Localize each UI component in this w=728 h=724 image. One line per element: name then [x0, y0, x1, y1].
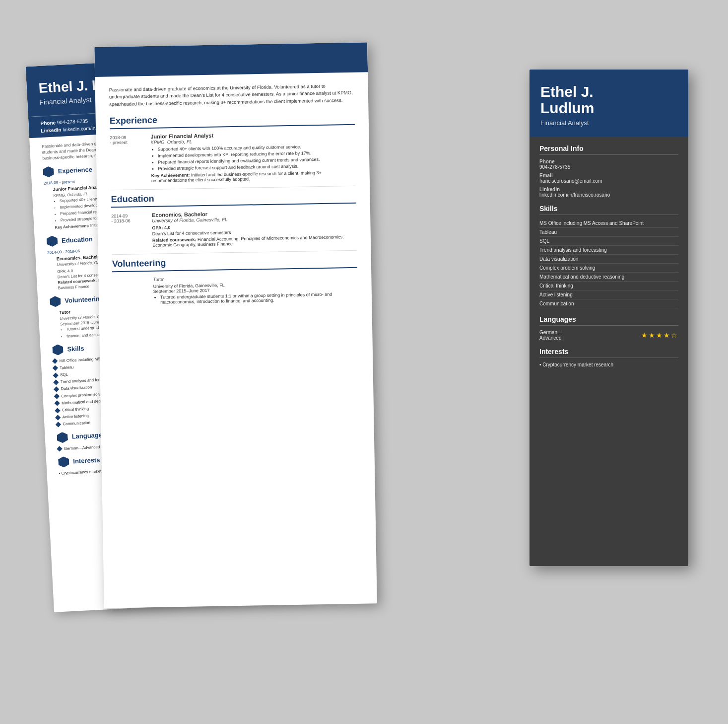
- skill-trend: Trend analysis and forecasting: [539, 246, 678, 255]
- skill-tableau: Tableau: [539, 228, 678, 237]
- front-interests-title: Interests: [539, 348, 678, 358]
- skill-ms-office: MS Office including MS Access and ShareP…: [539, 219, 678, 228]
- interests-icon: [58, 456, 69, 468]
- skills-icon: [52, 344, 64, 356]
- skill-listening: Active listening: [539, 290, 678, 299]
- front-lang-stars: ★★★★☆: [641, 331, 678, 339]
- front-skills-title: Skills: [539, 205, 678, 215]
- front-languages-title: Languages: [539, 315, 678, 326]
- skill-communication: Communication: [539, 299, 678, 308]
- front-phone-label: Phone: [539, 159, 678, 164]
- front-lang-row: German—Advanced ★★★★☆: [539, 330, 678, 341]
- education-icon: [46, 235, 58, 247]
- mid-experience-title: Experience: [110, 112, 355, 130]
- front-email-label: Email: [539, 173, 678, 178]
- languages-icon: [57, 432, 68, 443]
- skill-critical: Critical thinking: [539, 282, 678, 290]
- volunteering-icon: [50, 296, 61, 307]
- mid-edu-entry: 2014-09- 2018-06 Economics, Bachelor Uni…: [111, 208, 357, 248]
- resume-card-mid: Passionate and data-driven graduate of e…: [94, 42, 377, 608]
- resume-card-front: Ethel J. Ludlum Financial Analyst Person…: [529, 70, 688, 566]
- skill-sql: SQL: [539, 237, 678, 246]
- card-mid-header: [94, 42, 368, 77]
- mid-job-entry: 2018-09- present Junior Financial Analys…: [110, 130, 356, 184]
- skill-complex: Complex problem solving: [539, 264, 678, 273]
- mid-summary: Passionate and data-driven graduate of e…: [109, 82, 355, 108]
- skill-math: Mathematical and deductive reasoning: [539, 273, 678, 282]
- mid-vol-entry: Tutor University of Florida, Gainesville…: [112, 273, 358, 307]
- experience-icon: [43, 166, 54, 177]
- mid-education-title: Education: [111, 190, 356, 208]
- card-mid-body: Passionate and data-driven graduate of e…: [95, 72, 372, 323]
- front-title: Financial Analyst: [540, 119, 677, 127]
- front-lang-name: German—Advanced: [539, 330, 562, 341]
- front-name: Ethel J. Ludlum: [540, 83, 677, 116]
- front-body: Personal Info Phone 904-278-5735 Email f…: [529, 137, 688, 566]
- front-linkedin-label: LinkedIn: [539, 187, 678, 192]
- front-phone-value: 904-278-5735: [539, 164, 678, 170]
- front-interest-item: Cryptocurrency market research: [539, 362, 678, 367]
- front-header: Ethel J. Ludlum Financial Analyst: [529, 70, 688, 137]
- skill-dataviz: Data visualization: [539, 255, 678, 264]
- phone-label: Phone 904-278-5735: [40, 118, 88, 126]
- front-email-value: franciscorosario@email.com: [539, 178, 678, 184]
- mid-volunteering-title: Volunteering: [112, 254, 357, 272]
- front-personal-info-title: Personal Info: [539, 145, 678, 155]
- front-linkedin-value: linkedin.com/in/francisco.rosario: [539, 192, 678, 198]
